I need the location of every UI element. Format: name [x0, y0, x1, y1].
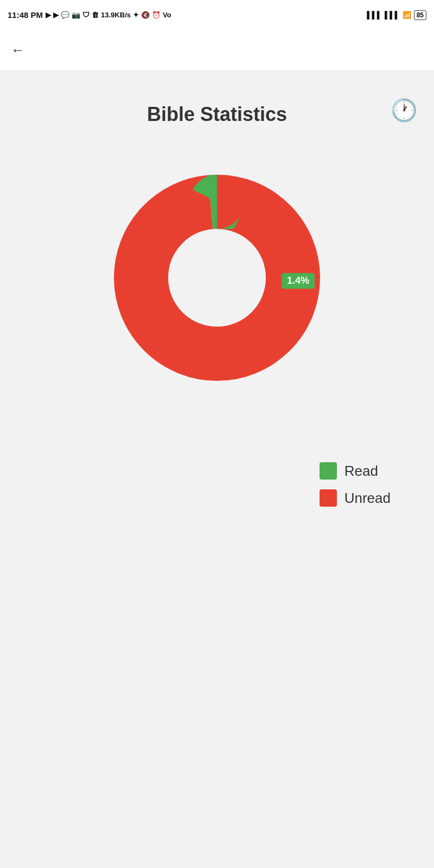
- battery-indicator: 85: [414, 10, 426, 20]
- shield-icon: 🛡: [82, 11, 90, 19]
- status-time: 11:48 PM: [8, 10, 43, 20]
- back-button[interactable]: ←: [11, 43, 25, 57]
- status-right: ▌▌▌ ▌▌▌ 📶 85: [367, 10, 426, 20]
- read-percent-label: 1.4%: [282, 273, 315, 289]
- legend-item-read: Read: [320, 462, 378, 480]
- signal1-icon: ▌▌▌: [367, 11, 382, 19]
- youtube2-icon: ▶: [53, 11, 59, 19]
- legend-label-read: Read: [344, 463, 378, 480]
- nav-bar: ←: [0, 30, 434, 71]
- history-button[interactable]: 🕐: [391, 98, 418, 123]
- status-left: 11:48 PM ▶ ▶ 💬 📷 🛡 🗑 13.9KB/s ✦ 🔇 ⏰ Vo: [8, 10, 171, 20]
- legend-item-unread: Unread: [320, 489, 391, 507]
- camera-icon: 📷: [72, 11, 80, 19]
- donut-chart-container: 1.4%: [108, 169, 326, 386]
- whatsapp-icon: 💬: [61, 11, 69, 19]
- youtube-icon: ▶: [46, 11, 51, 19]
- network-speed: 13.9KB/s: [101, 11, 131, 19]
- signal2-icon: ▌▌▌: [385, 11, 400, 19]
- legend-color-unread: [320, 489, 337, 507]
- donut-hole: [169, 230, 265, 326]
- legend-color-read: [320, 462, 337, 480]
- chart-legend: Read Unread: [320, 462, 391, 507]
- main-content: Bible Statistics 🕐 1.4% Read Unread: [0, 71, 434, 868]
- volte-icon: Vo: [163, 11, 171, 19]
- trash-icon: 🗑: [92, 11, 99, 19]
- legend-label-unread: Unread: [344, 490, 391, 507]
- mute-icon: 🔇: [141, 11, 150, 19]
- page-title: Bible Statistics: [147, 103, 287, 126]
- status-bar: 11:48 PM ▶ ▶ 💬 📷 🛡 🗑 13.9KB/s ✦ 🔇 ⏰ Vo ▌…: [0, 0, 434, 30]
- status-icons: ▶ ▶ 💬 📷 🛡 🗑 13.9KB/s ✦ 🔇 ⏰ Vo: [46, 11, 171, 19]
- bluetooth-icon: ✦: [133, 11, 139, 19]
- alarm-icon: ⏰: [152, 11, 161, 19]
- wifi-icon: 📶: [403, 11, 411, 19]
